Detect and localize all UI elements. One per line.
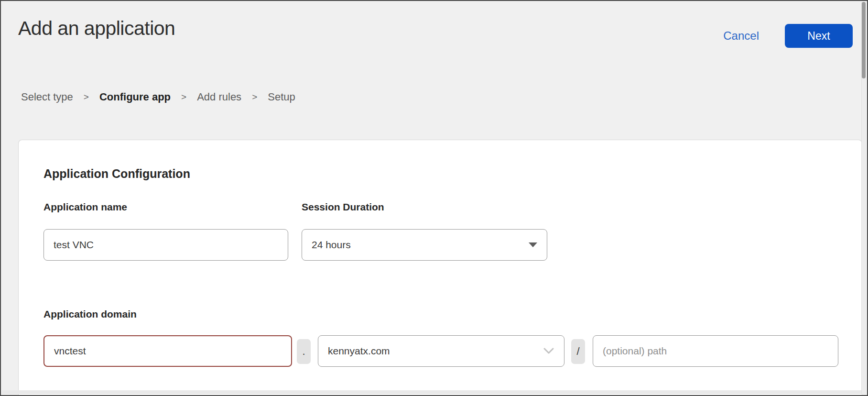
application-domain-label: Application domain — [43, 308, 137, 320]
slash-separator: / — [571, 339, 585, 364]
add-application-page: Add an application Cancel Next Select ty… — [0, 0, 868, 396]
session-duration-select[interactable]: 24 hours — [302, 229, 547, 261]
dot-separator: . — [297, 339, 311, 364]
application-configuration-card: Application Configuration Application na… — [18, 140, 862, 395]
breadcrumb-separator: > — [181, 92, 186, 102]
page-title: Add an application — [18, 17, 175, 40]
subdomain-input[interactable] — [43, 335, 292, 367]
breadcrumb-step-select-type[interactable]: Select type — [21, 91, 73, 103]
chevron-down-icon — [543, 347, 554, 355]
section-title: Application Configuration — [43, 167, 190, 181]
domain-select[interactable]: kennyatx.com — [318, 335, 564, 367]
breadcrumb-separator: > — [84, 92, 89, 102]
domain-select-value: kennyatx.com — [328, 345, 390, 357]
application-name-input[interactable] — [43, 229, 288, 261]
vertical-scrollbar[interactable] — [861, 2, 866, 394]
breadcrumb-separator: > — [252, 92, 257, 102]
breadcrumb-step-setup[interactable]: Setup — [268, 91, 295, 103]
breadcrumb: Select type > Configure app > Add rules … — [21, 91, 295, 103]
application-name-label: Application name — [43, 201, 127, 213]
path-input[interactable] — [593, 335, 838, 367]
header-actions: Cancel Next — [723, 24, 853, 48]
next-button[interactable]: Next — [785, 24, 853, 48]
caret-down-icon — [529, 242, 537, 247]
session-duration-value: 24 hours — [312, 239, 351, 251]
breadcrumb-step-configure-app[interactable]: Configure app — [99, 91, 171, 103]
vertical-scrollbar-thumb[interactable] — [862, 2, 866, 78]
cancel-button[interactable]: Cancel — [723, 29, 759, 43]
breadcrumb-step-add-rules[interactable]: Add rules — [197, 91, 241, 103]
session-duration-label: Session Duration — [302, 201, 384, 213]
horizontal-scrollbar[interactable] — [2, 390, 861, 394]
